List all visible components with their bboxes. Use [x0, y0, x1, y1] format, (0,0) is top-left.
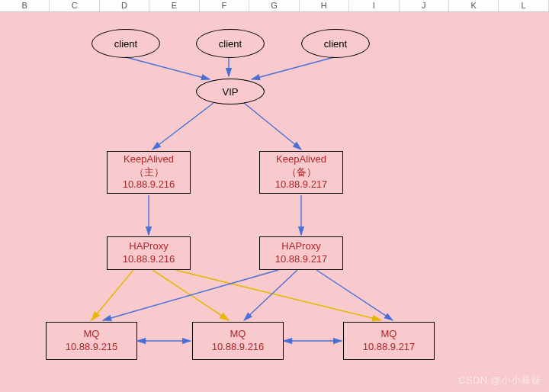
haproxy-2: HAProxy 10.88.9.217 [259, 236, 343, 270]
mq-1: MQ 10.88.9.215 [46, 322, 137, 360]
vip-label: VIP [223, 86, 239, 98]
col-header: G [249, 0, 299, 11]
svg-line-11 [244, 270, 297, 320]
col-header: H [300, 0, 349, 11]
client-node-1: client [92, 29, 160, 58]
svg-line-4 [244, 103, 301, 149]
node-role: （主） [134, 166, 164, 179]
svg-line-9 [175, 270, 381, 320]
node-title: HAProxy [129, 240, 168, 253]
col-header: D [100, 0, 149, 11]
client-node-3: client [301, 29, 370, 58]
node-ip: 10.88.9.217 [363, 341, 416, 354]
svg-line-10 [103, 270, 278, 320]
client-label: client [219, 38, 242, 50]
col-header: B [0, 0, 50, 11]
col-header: J [400, 0, 449, 11]
node-title: MQ [230, 328, 246, 341]
client-label: client [324, 38, 347, 50]
col-header: F [200, 0, 249, 11]
svg-line-3 [152, 103, 214, 149]
node-ip: 10.88.9.217 [275, 178, 328, 191]
col-header: K [449, 0, 499, 11]
node-title: MQ [84, 328, 100, 341]
col-header: C [50, 0, 99, 11]
node-ip: 10.88.9.216 [123, 178, 175, 191]
node-title: KeepAlived [124, 153, 174, 166]
col-header: I [349, 0, 399, 11]
node-ip: 10.88.9.216 [212, 341, 265, 354]
mq-2: MQ 10.88.9.216 [192, 322, 284, 360]
client-label: client [114, 38, 137, 50]
keepalived-backup: KeepAlived （备） 10.88.9.217 [259, 151, 343, 194]
svg-line-2 [252, 57, 334, 79]
keepalived-primary: KeepAlived （主） 10.88.9.216 [107, 151, 191, 194]
node-ip: 10.88.9.215 [66, 341, 118, 354]
col-header: E [149, 0, 199, 11]
node-ip: 10.88.9.217 [275, 253, 328, 266]
column-headers: B C D E F G H I J K L [0, 0, 549, 12]
col-header: L [499, 0, 548, 11]
svg-line-12 [316, 270, 393, 320]
svg-line-7 [92, 270, 133, 320]
svg-line-0 [126, 57, 210, 79]
node-ip: 10.88.9.216 [123, 253, 175, 266]
mq-3: MQ 10.88.9.217 [343, 322, 435, 360]
node-title: HAProxy [281, 240, 320, 253]
node-role: （备） [287, 166, 316, 179]
vip-node: VIP [196, 79, 265, 104]
node-title: MQ [381, 328, 397, 341]
diagram-canvas: B C D E F G H I J K L [0, 0, 549, 392]
haproxy-1: HAProxy 10.88.9.216 [107, 236, 191, 270]
watermark-text: CSDN @小小暴徒 [458, 374, 541, 387]
svg-line-8 [152, 270, 229, 320]
node-title: KeepAlived [276, 153, 326, 166]
client-node-2: client [196, 29, 265, 58]
